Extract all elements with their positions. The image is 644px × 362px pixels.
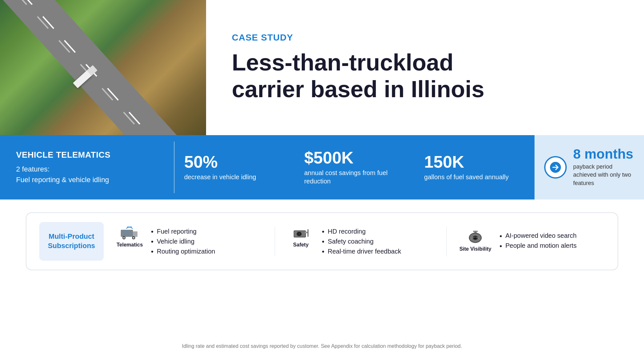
svg-rect-14	[293, 232, 294, 233]
safety-feature-1: HD recording	[322, 227, 401, 237]
svg-rect-3	[121, 230, 133, 237]
site-visibility-label: Site Visibility	[459, 246, 491, 252]
multi-product-label: Multi-Product Subscriptions	[39, 222, 104, 261]
safety-icon-block: Safety	[288, 227, 314, 248]
top-section: CASE STUDY Less-than-truckload carrier b…	[0, 0, 644, 135]
telematics-feature-3: Routing optimization	[151, 246, 215, 256]
stat-3: 150K gallons of fuel saved annually	[414, 147, 535, 188]
payback-text: 8 months payback period achieved with on…	[573, 147, 634, 187]
payback-block: 8 months payback period achieved with on…	[535, 135, 644, 200]
site-visibility-icon	[467, 231, 484, 244]
telematics-features: 2 features: Fuel reporting & vehicle idl…	[16, 164, 158, 185]
stat-3-desc: gallons of fuel saved annually	[424, 173, 525, 181]
svg-point-5	[123, 237, 125, 238]
features-line2: Fuel reporting & vehicle idling	[16, 174, 158, 185]
svg-rect-13	[305, 232, 308, 233]
telematics-truck-icon	[121, 227, 138, 239]
multi-product-line2: Subscriptions	[48, 242, 95, 250]
stats-section: VEHICLE TELEMATICS 2 features: Fuel repo…	[0, 135, 644, 200]
footnote: Idling rate and estimated cost savings r…	[26, 343, 618, 349]
telematics-feature-1: Fuel reporting	[151, 227, 215, 237]
features-line1: 2 features:	[16, 164, 158, 174]
multi-product-text: Multi-Product Subscriptions	[48, 232, 95, 250]
safety-label: Safety	[293, 242, 308, 248]
case-study-title: Less-than-truckload carrier based in Ill…	[232, 49, 618, 103]
telematics-group: Telematics Fuel reporting Vehicle idling…	[117, 227, 275, 256]
svg-rect-16	[473, 231, 478, 232]
svg-point-12	[298, 233, 300, 235]
payback-number: 8 months	[573, 147, 634, 161]
site-visibility-features-list: AI-powered video search People and motio…	[499, 231, 577, 251]
page-container: CASE STUDY Less-than-truckload carrier b…	[0, 0, 644, 362]
telematics-features-list: Fuel reporting Vehicle idling Routing op…	[151, 227, 215, 256]
stat-1-number: 50%	[184, 153, 285, 170]
multi-product-line1: Multi-Product	[49, 232, 94, 240]
telematics-icon-block: Telematics	[117, 227, 143, 248]
safety-group: Safety HD recording Safety coaching Real…	[288, 227, 446, 256]
subscriptions-section: Multi-Product Subscriptions	[0, 200, 644, 362]
safety-features-list: HD recording Safety coaching Real-time d…	[322, 227, 401, 256]
site-visibility-group: Site Visibility AI-powered video search …	[459, 231, 605, 252]
telematics-label: Telematics	[117, 242, 143, 248]
stat-1-desc: decrease in vehicle idling	[184, 173, 285, 181]
hero-image	[0, 0, 206, 135]
safety-feature-2: Safety coaching	[322, 237, 401, 246]
telematics-title: VEHICLE TELEMATICS	[16, 150, 158, 160]
arrow-right-icon	[550, 162, 561, 173]
svg-point-21	[474, 237, 477, 239]
arrow-circle-icon	[544, 156, 567, 179]
svg-rect-15	[308, 229, 308, 237]
svg-point-7	[133, 237, 135, 238]
telematics-block: VEHICLE TELEMATICS 2 features: Fuel repo…	[0, 135, 174, 200]
case-study-label: CASE STUDY	[232, 32, 618, 43]
telematics-feature-2: Vehicle idling	[151, 237, 215, 246]
svg-rect-2	[133, 231, 137, 237]
safety-camera-icon	[292, 227, 310, 239]
stat-2-number: $500K	[304, 149, 405, 166]
subscriptions-card: Multi-Product Subscriptions	[26, 212, 618, 270]
title-line1: Less-than-truckload	[232, 50, 453, 75]
safety-feature-3: Real-time driver feedback	[322, 246, 401, 256]
site-visibility-icon-block: Site Visibility	[459, 231, 491, 252]
stat-1: 50% decrease in vehicle idling	[175, 147, 295, 188]
stat-3-number: 150K	[424, 153, 525, 170]
site-visibility-feature-1: AI-powered video search	[499, 231, 577, 241]
payback-desc: payback period achieved with only two fe…	[573, 163, 634, 187]
title-line2: carrier based in Illinois	[232, 76, 484, 102]
stats-block: 50% decrease in vehicle idling $500K ann…	[175, 135, 535, 200]
case-study-content: CASE STUDY Less-than-truckload carrier b…	[206, 0, 644, 135]
stat-2-desc: annual cost savings from fuel reduction	[304, 169, 405, 185]
site-visibility-feature-2: People and motion alerts	[499, 241, 577, 251]
stat-2: $500K annual cost savings from fuel redu…	[295, 143, 415, 192]
